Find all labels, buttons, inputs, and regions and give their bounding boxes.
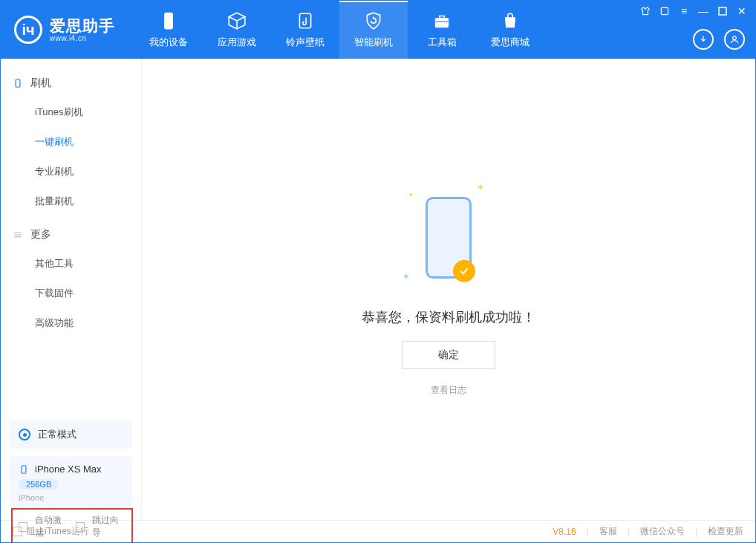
sidebar-item-pro-flash[interactable]: 专业刷机 [1, 157, 141, 186]
customer-service-link[interactable]: 客服 [599, 525, 617, 538]
sidebar-item-download-firmware[interactable]: 下载固件 [1, 279, 141, 308]
toolbox-icon [431, 10, 452, 31]
svg-rect-3 [440, 16, 445, 19]
feedback-icon[interactable] [659, 5, 671, 17]
sparkle-icon [404, 274, 408, 278]
device-mode-box[interactable]: 正常模式 [10, 420, 132, 449]
svg-rect-5 [661, 7, 668, 14]
sidebar-item-onekey-flash[interactable]: 一键刷机 [1, 127, 141, 157]
music-file-icon [295, 10, 316, 31]
brand-subtitle: www.i4.cn [50, 34, 115, 42]
nav-smart-flash[interactable]: 智能刷机 [339, 1, 408, 59]
device-info-box[interactable]: iPhone XS Max 256GB iPhone [10, 456, 132, 510]
sidebar-section-title: 更多 [30, 228, 51, 241]
auto-activate-label: 自动激活 [35, 514, 68, 539]
check-update-link[interactable]: 检查更新 [708, 525, 743, 538]
wechat-link[interactable]: 微信公众号 [640, 525, 685, 538]
list-icon [13, 230, 23, 240]
check-badge-icon [453, 260, 475, 282]
success-illustration [404, 182, 493, 293]
device-name-label: iPhone XS Max [35, 464, 102, 475]
device-capacity-badge: 256GB [19, 479, 59, 490]
nav-label: 爱思商城 [491, 36, 529, 49]
svg-rect-2 [435, 19, 448, 27]
main-content: 恭喜您，保资料刷机成功啦！ 确定 查看日志 [142, 59, 755, 520]
sidebar-item-batch-flash[interactable]: 批量刷机 [1, 186, 141, 216]
auto-activate-checkbox[interactable] [19, 522, 27, 532]
device-mode-label: 正常模式 [38, 428, 76, 441]
cube-icon [227, 10, 247, 31]
sidebar-section-more[interactable]: 更多 [1, 221, 141, 249]
ok-button[interactable]: 确定 [402, 341, 495, 369]
close-button[interactable]: ✕ [736, 5, 748, 17]
phone-illustration [426, 197, 472, 279]
version-label: V8.16 [553, 527, 576, 537]
svg-rect-12 [22, 465, 26, 473]
phone-outline-icon [13, 78, 23, 88]
nav-store[interactable]: 爱思商城 [476, 1, 544, 59]
skip-guide-checkbox[interactable] [76, 522, 85, 532]
sidebar: 刷机 iTunes刷机 一键刷机 专业刷机 批量刷机 更多 其他工具 下载固件 … [1, 59, 142, 520]
skip-guide-label: 跳过向导 [92, 514, 126, 539]
sidebar-item-itunes-flash[interactable]: iTunes刷机 [1, 97, 141, 127]
nav-label: 应用游戏 [218, 36, 256, 49]
highlighted-options-box: 自动激活 跳过向导 [11, 508, 133, 543]
success-message: 恭喜您，保资料刷机成功啦！ [362, 308, 535, 326]
nav-label: 铃声壁纸 [286, 36, 325, 49]
logo-icon: iч [14, 16, 42, 44]
nav-toolbox[interactable]: 工具箱 [408, 1, 476, 59]
sidebar-section-title: 刷机 [30, 77, 51, 90]
menu-icon[interactable]: ≡ [678, 5, 690, 17]
shield-refresh-icon [363, 10, 384, 31]
sidebar-item-advanced[interactable]: 高级功能 [1, 308, 141, 338]
main-nav: 我的设备 应用游戏 铃声壁纸 智能刷机 工具箱 爱思商城 [134, 1, 544, 59]
minimize-button[interactable]: — [697, 5, 709, 17]
maximize-button[interactable] [717, 5, 729, 17]
brand-title: 爱思助手 [50, 17, 115, 34]
user-icon[interactable] [724, 29, 745, 50]
device-icon [19, 464, 29, 475]
nav-ringtones[interactable]: 铃声壁纸 [271, 1, 339, 59]
phone-icon [158, 10, 179, 31]
header-secondary-icons [693, 29, 745, 50]
svg-rect-6 [719, 7, 726, 15]
svg-point-7 [733, 36, 737, 40]
download-icon[interactable] [693, 29, 714, 50]
sparkle-icon [478, 185, 483, 189]
sparkle-icon [409, 193, 412, 196]
sidebar-item-other-tools[interactable]: 其他工具 [1, 249, 141, 279]
nav-label: 智能刷机 [354, 36, 393, 49]
nav-my-device[interactable]: 我的设备 [134, 1, 203, 59]
svg-rect-8 [16, 79, 20, 88]
shirt-icon[interactable] [639, 5, 651, 17]
sidebar-section-flash[interactable]: 刷机 [1, 69, 141, 97]
window-controls: ≡ — ✕ [639, 5, 748, 17]
svg-rect-0 [165, 13, 173, 29]
app-header: iч 爱思助手 www.i4.cn 我的设备 应用游戏 铃声壁纸 智能刷机 工具… [1, 1, 755, 59]
view-log-link[interactable]: 查看日志 [431, 384, 466, 397]
mode-status-icon [19, 429, 30, 440]
bag-icon [500, 10, 521, 31]
nav-label: 我的设备 [149, 36, 188, 49]
device-type-label: iPhone [19, 493, 123, 502]
nav-label: 工具箱 [428, 36, 457, 49]
logo-area: iч 爱思助手 www.i4.cn [1, 1, 134, 59]
nav-apps-games[interactable]: 应用游戏 [203, 1, 271, 59]
svg-rect-1 [299, 13, 310, 28]
